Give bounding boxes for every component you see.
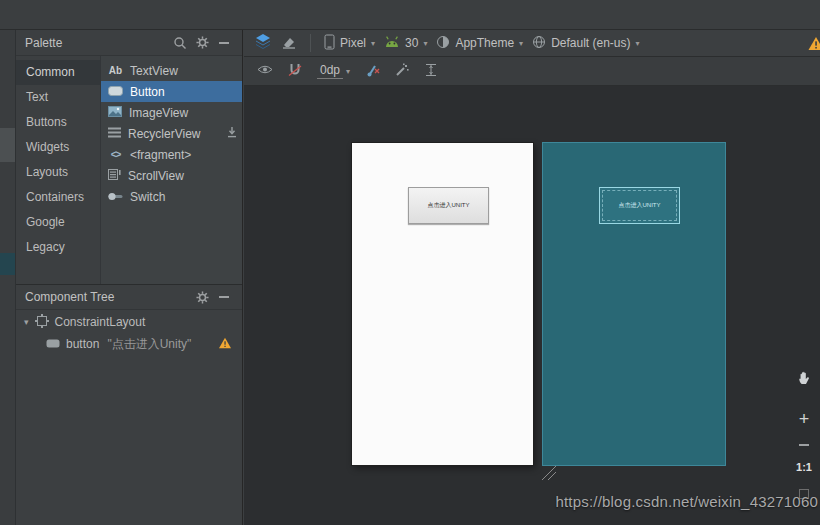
category-text[interactable]: Text <box>16 85 100 110</box>
default-margin-selector[interactable]: 0dp ▾ <box>317 63 350 79</box>
tool-window-strip <box>0 30 16 525</box>
design-canvas[interactable]: 点击进入UNITY 点击进入UNITY + 1:1 https://blog.c… <box>244 86 820 525</box>
tree-row-constraintlayout[interactable]: ▾ ConstraintLayout <box>16 311 242 333</box>
theme-selector[interactable]: AppTheme ▾ <box>436 35 523 52</box>
chevron-down-icon[interactable]: ▾ <box>24 317 29 327</box>
palette-items: Ab TextView Button ImageView RecyclerVie… <box>100 56 242 284</box>
fragment-icon: <> <box>108 149 123 160</box>
chevron-down-icon: ▾ <box>346 67 350 76</box>
warning-icon[interactable] <box>218 337 232 352</box>
button-icon <box>108 85 123 99</box>
palette-item-textview[interactable]: Ab TextView <box>101 60 242 81</box>
locale-selector[interactable]: Default (en-us) ▾ <box>532 35 639 52</box>
chevron-down-icon: ▾ <box>519 39 523 48</box>
chevron-down-icon: ▾ <box>636 39 640 48</box>
palette-item-label: ImageView <box>129 106 188 120</box>
design-surface-icon[interactable] <box>254 33 272 53</box>
device-selector-label: Pixel <box>340 36 366 50</box>
align-pack-icon[interactable] <box>424 63 438 80</box>
default-margin-value: 0dp <box>317 63 343 79</box>
minimize-icon[interactable] <box>214 288 234 306</box>
unity-button-blueprint[interactable]: 点击进入UNITY <box>599 187 680 224</box>
category-google[interactable]: Google <box>16 210 100 235</box>
layout-editor-toolbar: Pixel ▾ 30 ▾ AppTheme ▾ Default (en-us) … <box>244 30 820 57</box>
android-icon <box>384 36 400 51</box>
recyclerview-icon <box>108 127 121 141</box>
gear-icon[interactable] <box>192 34 212 52</box>
gear-icon[interactable] <box>192 288 212 306</box>
divider <box>310 34 311 52</box>
unity-button-design[interactable]: 点击进入UNITY <box>408 187 489 224</box>
palette-item-scrollview[interactable]: ScrollView <box>101 165 242 186</box>
category-layouts[interactable]: Layouts <box>16 160 100 185</box>
search-icon[interactable] <box>170 34 190 52</box>
palette-item-label: ScrollView <box>128 169 184 183</box>
palette-item-label: TextView <box>130 64 178 78</box>
theme-selector-label: AppTheme <box>455 36 514 50</box>
chevron-down-icon: ▾ <box>423 39 427 48</box>
palette-item-fragment[interactable]: <> <fragment> <box>101 144 242 165</box>
tree-node-text: "点击进入Unity" <box>107 336 191 353</box>
theme-icon <box>436 35 450 52</box>
view-options-eye-icon[interactable] <box>257 64 273 78</box>
zoom-in-button[interactable]: + <box>794 409 814 429</box>
palette-header: Palette <box>16 30 242 56</box>
palette-item-imageview[interactable]: ImageView <box>101 102 242 123</box>
api-selector-label: 30 <box>405 36 418 50</box>
component-tree-title: Component Tree <box>25 290 190 304</box>
download-icon[interactable] <box>226 126 238 141</box>
device-resize-handle[interactable] <box>540 464 558 485</box>
zoom-level-label[interactable]: 1:1 <box>794 457 814 477</box>
locale-selector-label: Default (en-us) <box>551 36 630 50</box>
switch-icon <box>108 190 123 204</box>
palette-item-button[interactable]: Button <box>101 81 242 102</box>
api-selector[interactable]: 30 ▾ <box>384 36 427 51</box>
palette-item-label: RecyclerView <box>128 127 200 141</box>
tool-window-tab[interactable] <box>0 253 15 275</box>
design-editor: Pixel ▾ 30 ▾ AppTheme ▾ Default (en-us) … <box>244 30 820 525</box>
globe-icon <box>532 35 546 52</box>
scrollview-icon <box>108 169 121 183</box>
palette-item-label: Switch <box>130 190 165 204</box>
category-widgets[interactable]: Widgets <box>16 135 100 160</box>
titlebar <box>0 0 820 30</box>
tree-node-label: ConstraintLayout <box>55 315 146 329</box>
textview-icon: Ab <box>108 65 123 76</box>
component-tree: ▾ ConstraintLayout button "点击进入Unity" <box>16 311 242 355</box>
watermark-text: https://blog.csdn.net/weixin_43271060 <box>555 493 818 510</box>
category-containers[interactable]: Containers <box>16 185 100 210</box>
palette-item-label: Button <box>130 85 165 99</box>
palette-title: Palette <box>25 36 168 50</box>
zoom-out-button[interactable] <box>794 435 814 455</box>
orientation-icon[interactable] <box>281 34 297 53</box>
category-common[interactable]: Common <box>16 60 100 85</box>
infer-constraints-wand-icon[interactable] <box>395 63 409 80</box>
palette-item-recyclerview[interactable]: RecyclerView <box>101 123 242 144</box>
autoconnect-magnet-icon[interactable] <box>288 63 302 80</box>
imageview-icon <box>108 106 122 120</box>
layout-editor-window: Palette Common Text Buttons Widgets Layo… <box>0 0 820 525</box>
clear-constraints-icon[interactable] <box>365 63 380 80</box>
design-view-screen[interactable]: 点击进入UNITY <box>352 143 533 465</box>
pan-hand-icon[interactable] <box>794 368 814 388</box>
constraintlayout-icon <box>35 314 49 331</box>
palette-item-label: <fragment> <box>130 148 191 162</box>
palette-body: Common Text Buttons Widgets Layouts Cont… <box>16 56 242 284</box>
blueprint-view-screen[interactable]: 点击进入UNITY <box>543 143 725 465</box>
category-buttons[interactable]: Buttons <box>16 110 100 135</box>
button-icon <box>46 337 60 351</box>
component-tree-header: Component Tree <box>16 284 242 310</box>
tool-window-tab[interactable] <box>0 128 15 162</box>
device-selector[interactable]: Pixel ▾ <box>324 34 375 53</box>
palette-item-switch[interactable]: Switch <box>101 186 242 207</box>
left-panel: Palette Common Text Buttons Widgets Layo… <box>16 30 243 525</box>
palette-categories: Common Text Buttons Widgets Layouts Cont… <box>16 56 100 284</box>
minimize-icon[interactable] <box>214 34 234 52</box>
design-surface-toolbar: 0dp ▾ <box>244 57 820 86</box>
chevron-down-icon: ▾ <box>371 39 375 48</box>
phone-icon <box>324 34 335 53</box>
category-legacy[interactable]: Legacy <box>16 235 100 260</box>
warning-icon[interactable] <box>807 36 820 54</box>
tree-node-label: button <box>66 337 99 351</box>
tree-row-button[interactable]: button "点击进入Unity" <box>16 333 242 355</box>
